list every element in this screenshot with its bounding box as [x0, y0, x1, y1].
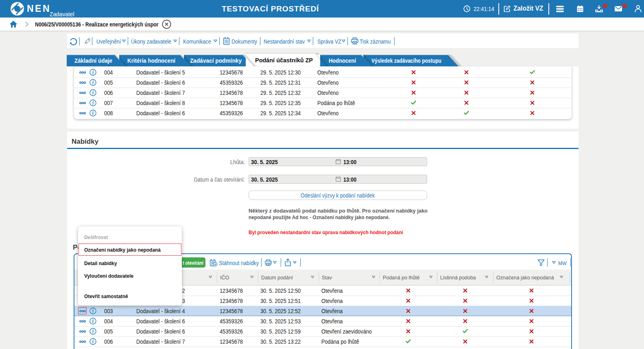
- svg-text:Zadávací podmínky: Zadávací podmínky: [190, 57, 242, 64]
- svg-text:Kritéria hodnocení: Kritéria hodnocení: [127, 57, 176, 64]
- svg-text:Hodnocení: Hodnocení: [329, 57, 356, 64]
- svg-text:Výsledek zadávacího postupu: Výsledek zadávacího postupu: [371, 57, 441, 64]
- svg-text:Základní údaje: Základní údaje: [74, 57, 112, 64]
- svg-text:Podání účastníků ZP: Podání účastníků ZP: [255, 57, 313, 64]
